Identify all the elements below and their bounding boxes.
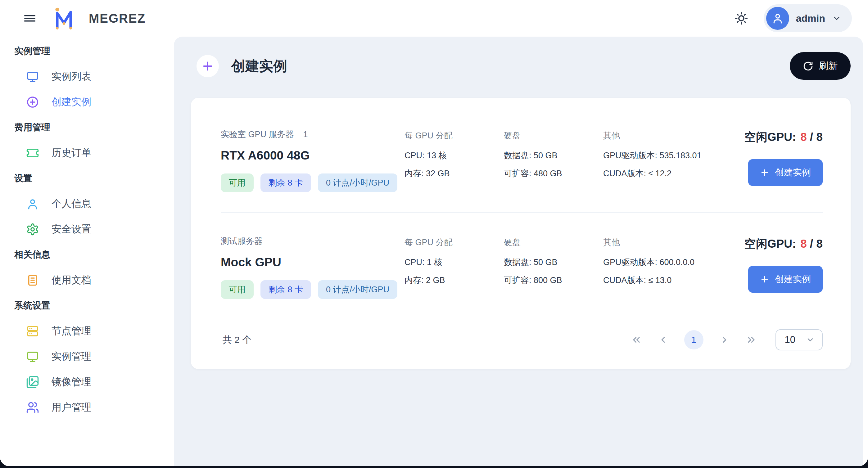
page-title-group: 创建实例 bbox=[196, 55, 287, 77]
idle-gpu-label: 空闲GPU: bbox=[744, 238, 796, 250]
sidebar-section-related-info: 相关信息 bbox=[14, 242, 174, 268]
memory-value: 内存: 2 GB bbox=[404, 275, 504, 286]
sidebar-item-label: 个人信息 bbox=[52, 197, 91, 211]
sidebar-item-label: 历史订单 bbox=[52, 146, 91, 160]
app-window: MEGREZ admin 实例管理 bbox=[0, 0, 868, 466]
gpu-model: RTX A6000 48G bbox=[221, 149, 404, 162]
server-row: 测试服务器 Mock GPU 可用 剩余 8 卡 0 计点/小时/GPU 每 G… bbox=[221, 212, 823, 319]
column-header: 每 GPU 分配 bbox=[404, 237, 504, 248]
sidebar-item-instance-mgmt[interactable]: 实例管理 bbox=[14, 344, 174, 369]
column-header: 其他 bbox=[603, 130, 742, 141]
top-bar-right: admin bbox=[733, 4, 852, 32]
monitor-icon bbox=[26, 70, 39, 83]
current-page[interactable]: 1 bbox=[684, 330, 704, 349]
sidebar-section-settings: 设置 bbox=[14, 166, 174, 191]
brand-title: MEGREZ bbox=[89, 11, 146, 26]
chevron-down-icon bbox=[832, 14, 841, 23]
refresh-button[interactable]: 刷新 bbox=[790, 52, 850, 80]
first-page-icon[interactable] bbox=[631, 334, 642, 345]
prev-page-icon[interactable] bbox=[657, 334, 669, 345]
other-column: 其他 GPU驱动版本: 600.0.0.0 CUDA版本: ≤ 13.0 bbox=[603, 236, 742, 286]
server-name-column: 测试服务器 Mock GPU 可用 剩余 8 卡 0 计点/小时/GPU bbox=[221, 236, 404, 299]
server-name-column: 实验室 GPU 服务器 – 1 RTX A6000 48G 可用 剩余 8 卡 … bbox=[221, 129, 404, 192]
user-menu[interactable]: admin bbox=[764, 4, 852, 32]
badge-group: 可用 剩余 8 卡 0 计点/小时/GPU bbox=[221, 280, 404, 299]
sidebar-item-label: 实例管理 bbox=[52, 350, 91, 364]
pagination: 共 2 个 1 bbox=[221, 329, 823, 350]
badge-group: 可用 剩余 8 卡 0 计点/小时/GPU bbox=[221, 174, 404, 192]
top-bar-left: MEGREZ bbox=[19, 6, 146, 31]
remaining-badge: 剩余 8 卡 bbox=[260, 174, 311, 192]
sidebar-item-label: 实例列表 bbox=[52, 70, 91, 84]
page-title: 创建实例 bbox=[231, 57, 287, 75]
ticket-icon bbox=[26, 147, 39, 159]
plus-icon bbox=[760, 275, 769, 284]
top-bar: MEGREZ admin bbox=[0, 0, 868, 37]
chevron-down-icon bbox=[806, 336, 815, 344]
cuda-version-value: CUDA版本: ≤ 13.0 bbox=[603, 275, 742, 286]
expandable-value: 可扩容: 800 GB bbox=[504, 275, 603, 286]
sidebar-item-instance-list[interactable]: 实例列表 bbox=[14, 64, 174, 89]
user-name: admin bbox=[796, 13, 825, 24]
refresh-icon bbox=[803, 61, 813, 71]
last-page-icon[interactable] bbox=[746, 334, 757, 345]
idle-gpu-counter: 空闲GPU:8/ 8 bbox=[744, 129, 823, 145]
sidebar-item-profile[interactable]: 个人信息 bbox=[14, 191, 174, 217]
sidebar-item-node-mgmt[interactable]: 节点管理 bbox=[14, 318, 174, 344]
disk-column: 硬盘 数据盘: 50 GB 可扩容: 800 GB bbox=[504, 236, 603, 286]
document-icon bbox=[26, 274, 39, 287]
sidebar-section-system-settings: 系统设置 bbox=[14, 293, 174, 318]
avatar bbox=[766, 7, 789, 30]
sidebar-item-label: 创建实例 bbox=[52, 95, 91, 109]
server-name: 实验室 GPU 服务器 – 1 bbox=[221, 129, 404, 140]
sidebar-section-instance-mgmt: 实例管理 bbox=[14, 38, 174, 64]
sidebar-item-label: 安全设置 bbox=[52, 222, 91, 236]
data-disk-value: 数据盘: 50 GB bbox=[504, 150, 603, 161]
sidebar-item-create-instance[interactable]: 创建实例 bbox=[14, 89, 174, 115]
column-header: 硬盘 bbox=[504, 237, 603, 248]
plus-icon bbox=[196, 55, 219, 77]
sidebar-item-user-mgmt[interactable]: 用户管理 bbox=[14, 395, 174, 420]
total-count: 共 2 个 bbox=[223, 334, 251, 346]
idle-gpu-total: / 8 bbox=[810, 131, 823, 144]
sidebar-item-label: 使用文档 bbox=[52, 273, 91, 287]
sun-icon[interactable] bbox=[733, 10, 750, 27]
create-instance-button[interactable]: 创建实例 bbox=[748, 159, 823, 186]
sidebar-item-security[interactable]: 安全设置 bbox=[14, 217, 174, 242]
next-page-icon[interactable] bbox=[719, 334, 730, 345]
sidebar-item-label: 节点管理 bbox=[52, 324, 91, 338]
driver-version-value: GPU驱动版本: 535.183.01 bbox=[603, 150, 742, 161]
hamburger-icon[interactable] bbox=[19, 7, 41, 30]
page-header: 创建实例 刷新 bbox=[191, 52, 850, 80]
expandable-value: 可扩容: 480 GB bbox=[504, 168, 603, 179]
server-list-card: 实验室 GPU 服务器 – 1 RTX A6000 48G 可用 剩余 8 卡 … bbox=[191, 98, 850, 369]
idle-gpu-total: / 8 bbox=[810, 238, 823, 250]
cpu-value: CPU: 13 核 bbox=[404, 150, 504, 161]
megrez-logo-icon bbox=[52, 6, 76, 31]
sidebar-item-label: 镜像管理 bbox=[52, 375, 91, 389]
sidebar-section-billing: 费用管理 bbox=[14, 115, 174, 140]
sidebar-item-image-mgmt[interactable]: 镜像管理 bbox=[14, 369, 174, 395]
create-instance-button[interactable]: 创建实例 bbox=[748, 266, 823, 293]
memory-value: 内存: 32 GB bbox=[404, 168, 504, 179]
images-icon bbox=[26, 376, 39, 388]
sidebar-item-order-history[interactable]: 历史订单 bbox=[14, 140, 174, 166]
create-instance-label: 创建实例 bbox=[775, 273, 811, 285]
status-badge: 可用 bbox=[221, 174, 254, 192]
plus-icon bbox=[760, 168, 769, 177]
cuda-version-value: CUDA版本: ≤ 12.2 bbox=[603, 168, 742, 179]
sidebar-item-docs[interactable]: 使用文档 bbox=[14, 268, 174, 293]
idle-gpu-label: 空闲GPU: bbox=[744, 131, 796, 144]
cpu-value: CPU: 1 核 bbox=[404, 257, 504, 268]
users-icon bbox=[26, 401, 39, 414]
gpu-model: Mock GPU bbox=[221, 255, 404, 269]
monitor-icon bbox=[26, 350, 39, 363]
data-disk-value: 数据盘: 50 GB bbox=[504, 257, 603, 268]
price-badge: 0 计点/小时/GPU bbox=[318, 280, 397, 299]
refresh-label: 刷新 bbox=[819, 60, 838, 72]
column-header: 硬盘 bbox=[504, 130, 603, 141]
page-size-select[interactable]: 10 bbox=[775, 329, 823, 350]
server-row: 实验室 GPU 服务器 – 1 RTX A6000 48G 可用 剩余 8 卡 … bbox=[221, 106, 823, 212]
page-size-value: 10 bbox=[785, 334, 795, 345]
gear-icon bbox=[26, 223, 39, 236]
